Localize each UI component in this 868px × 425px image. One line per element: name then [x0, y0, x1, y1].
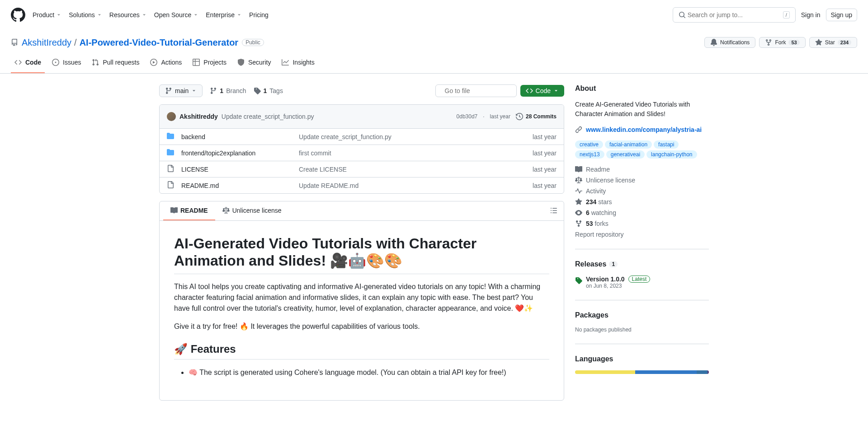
code-download-button[interactable]: Code — [520, 85, 564, 97]
main-content: main 1 Branch 1 Tags — [159, 84, 564, 401]
releases-heading[interactable]: Releases 1 — [575, 260, 709, 268]
chevron-down-icon — [142, 12, 147, 18]
forks-link[interactable]: 53 forks — [575, 220, 709, 227]
file-icon — [167, 181, 174, 188]
code-button-label: Code — [536, 87, 551, 94]
book-icon — [575, 166, 582, 173]
fork-button[interactable]: Fork 53 — [759, 37, 805, 48]
sign-in-link[interactable]: Sign in — [801, 11, 821, 19]
mark-github-icon — [11, 8, 25, 22]
topic-tag[interactable]: generativeai — [606, 150, 645, 159]
readme-feature-list: 🧠 The script is generated using Cohere's… — [174, 367, 549, 378]
file-name-link[interactable]: README.md — [181, 182, 219, 189]
tab-projects[interactable]: Projects — [189, 55, 230, 73]
shield-icon — [237, 59, 245, 66]
nav-solutions[interactable]: Solutions — [69, 11, 102, 19]
notifications-button[interactable]: Notifications — [704, 37, 755, 48]
branches-link[interactable]: 1 Branch — [210, 87, 246, 94]
tags-link[interactable]: 1 Tags — [254, 87, 283, 94]
topic-tag[interactable]: creative — [575, 140, 603, 149]
tab-code[interactable]: Code — [11, 55, 45, 73]
readme-link[interactable]: Readme — [575, 166, 709, 173]
readme-tab-readme[interactable]: README — [163, 201, 215, 220]
search-input[interactable] — [686, 9, 783, 20]
file-name-link[interactable]: LICENSE — [181, 166, 208, 173]
git-pull-request-icon — [92, 59, 99, 66]
commit-sep: · — [483, 113, 484, 120]
repo-owner-link[interactable]: AkshitIreddy — [22, 37, 71, 48]
star-button[interactable]: Star 234 — [809, 37, 857, 48]
report-repository-link[interactable]: Report repository — [575, 231, 709, 238]
license-link[interactable]: Unlicense license — [575, 177, 709, 184]
tab-actions[interactable]: Actions — [146, 55, 185, 73]
stars-link[interactable]: 234 stars — [575, 198, 709, 205]
topic-tag[interactable]: facial-animation — [605, 140, 652, 149]
nav-open-source[interactable]: Open Source — [154, 11, 199, 19]
nav-resources[interactable]: Resources — [109, 11, 147, 19]
file-commit-message-link[interactable]: Update README.md — [299, 182, 359, 189]
github-logo[interactable] — [11, 8, 25, 22]
file-commit-message-link[interactable]: Update create_script_function.py — [299, 133, 392, 140]
tab-insights[interactable]: Insights — [278, 55, 318, 73]
outline-toggle-button[interactable] — [547, 204, 560, 218]
repo-name-link[interactable]: AI-Powered-Video-Tutorial-Generator — [80, 37, 239, 48]
search-shortcut-kbd: / — [783, 11, 790, 19]
about-section: About Create AI-Generated Video Tutorial… — [575, 84, 709, 249]
fork-count: 53 — [788, 40, 799, 45]
graph-icon — [282, 59, 289, 66]
packages-heading[interactable]: Packages — [575, 311, 709, 319]
goto-file-input[interactable] — [435, 84, 517, 97]
star-count: 234 — [838, 40, 851, 45]
file-name-link[interactable]: backend — [181, 133, 205, 140]
commit-date: last year — [490, 113, 510, 120]
language-segment[interactable] — [635, 370, 697, 374]
tab-issues[interactable]: Issues — [48, 55, 85, 73]
law-icon — [575, 177, 582, 184]
activity-link[interactable]: Activity — [575, 187, 709, 195]
tab-security[interactable]: Security — [234, 55, 275, 73]
readme-content: AI-Generated Video Tutorials with Charac… — [160, 221, 564, 400]
law-icon — [222, 207, 230, 214]
avatar[interactable] — [167, 112, 176, 121]
commit-author-link[interactable]: AkshitIreddy — [179, 113, 218, 120]
file-date: last year — [533, 133, 557, 140]
repo-breadcrumb: AkshitIreddy / AI-Powered-Video-Tutorial… — [22, 37, 238, 48]
sign-up-button[interactable]: Sign up — [826, 9, 857, 21]
language-segment[interactable] — [575, 370, 635, 374]
topic-tag[interactable]: nextjs13 — [575, 150, 604, 159]
branch-selector-button[interactable]: main — [159, 84, 203, 97]
star-icon — [575, 198, 582, 205]
readme-box: README Unlicense license AI-Generated Vi… — [159, 201, 564, 401]
commit-message-link[interactable]: Update create_script_function.py — [222, 113, 314, 120]
commit-sha-link[interactable]: 0db30d7 — [457, 113, 478, 120]
file-commit-message-link[interactable]: first commit — [299, 149, 331, 157]
file-date: last year — [533, 149, 557, 157]
file-directory-fill-icon — [167, 132, 174, 140]
language-segment[interactable] — [708, 370, 709, 374]
book-icon — [170, 207, 178, 214]
nav-pricing[interactable]: Pricing — [249, 11, 269, 19]
file-name-link[interactable]: frontend/topic2explanation — [181, 149, 255, 157]
tab-pull-requests[interactable]: Pull requests — [88, 55, 143, 73]
file-navigation: main 1 Branch 1 Tags — [159, 84, 564, 97]
commits-history-link[interactable]: 28 Commits — [516, 113, 557, 120]
topic-tags: creativefacial-animationfastapinextjs13g… — [575, 140, 709, 159]
nav-product[interactable]: Product — [33, 11, 61, 19]
watchers-link[interactable]: 6 watching — [575, 209, 709, 216]
readme-tab-license[interactable]: Unlicense license — [215, 201, 289, 220]
readme-tab-label: Unlicense license — [232, 207, 282, 214]
file-commit-message-link[interactable]: Create LICENSE — [299, 166, 347, 173]
branch-name-label: main — [175, 87, 189, 94]
languages-heading: Languages — [575, 355, 709, 363]
language-segment[interactable] — [697, 370, 708, 374]
goto-file-search[interactable] — [445, 87, 524, 94]
homepage-link[interactable]: www.linkedin.com/company/alystria-ai — [586, 126, 702, 133]
topic-tag[interactable]: langchain-python — [646, 150, 697, 159]
global-search[interactable]: / — [673, 7, 796, 23]
readme-list-item: 🧠 The script is generated using Cohere's… — [189, 367, 549, 378]
latest-badge: Latest — [628, 276, 651, 283]
nav-enterprise[interactable]: Enterprise — [206, 11, 242, 19]
release-item[interactable]: Version 1.0.0 Latest on Jun 8, 2023 — [575, 276, 709, 289]
topic-tag[interactable]: fastapi — [654, 140, 679, 149]
link-icon — [575, 126, 582, 133]
